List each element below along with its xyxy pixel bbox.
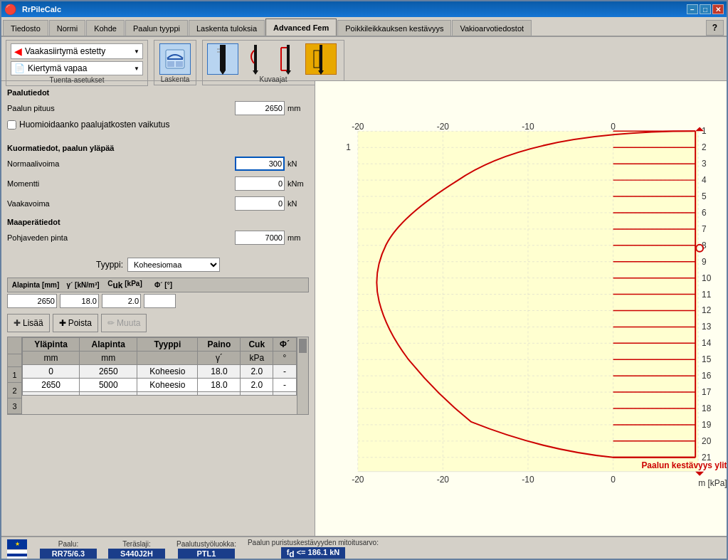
cell-ylapinta-1: 0 [23, 365, 80, 379]
soil-phi-input[interactable] [144, 294, 176, 308]
soil-cuk-input[interactable] [102, 294, 141, 308]
tab-paalun-tyyppi[interactable]: Paalun tyyppi [125, 20, 188, 36]
table-row[interactable]: 2650 5000 Koheesio 18.0 2.0 - [23, 379, 297, 392]
svg-text:10: 10 [702, 273, 712, 283]
svg-text:-20: -20 [352, 475, 364, 485]
maximize-button[interactable]: □ [700, 4, 711, 14]
tab-laskenta-tuloksia[interactable]: Laskenta tuloksia [189, 20, 265, 36]
arrow-left-icon: ◀ [14, 46, 22, 57]
tab-normi[interactable]: Normi [49, 20, 85, 36]
table-row[interactable]: 0 2650 Koheesio 18.0 2.0 - [23, 365, 297, 379]
svg-text:6: 6 [702, 208, 707, 218]
soil-alapinta-input[interactable] [7, 294, 57, 308]
svg-text:-10: -10 [522, 122, 534, 132]
jatkos-checkbox[interactable] [7, 120, 16, 130]
normaalivoima-label: Normaalivoima [7, 159, 232, 168]
svg-text:3: 3 [702, 159, 707, 169]
doc-icon: 📄 [14, 63, 25, 73]
svg-text:13: 13 [702, 322, 712, 332]
puristuskestävyys-value: fd <= 186.1 kN [281, 547, 346, 560]
paalun-pituus-label: Paalun pituus [7, 104, 232, 112]
normaalivoima-input[interactable] [235, 157, 285, 171]
svg-text:9: 9 [702, 257, 707, 267]
momentti-input[interactable] [235, 176, 285, 191]
th-ylapinta-unit: mm [23, 352, 80, 365]
minimize-button[interactable]: − [687, 4, 698, 14]
cell-ylapinta-3 [23, 392, 80, 396]
svg-marker-5 [220, 70, 226, 75]
cell-tyyppi-2: Koheesio [137, 379, 198, 392]
svg-rect-4 [220, 45, 226, 70]
kuvaaja-icon-2[interactable] [240, 43, 271, 75]
teraslaji-label: Teräslaji: [122, 540, 150, 548]
vaakavoima-input[interactable] [235, 196, 285, 211]
muuta-label: Muuta [117, 318, 140, 328]
muuta-button[interactable]: ✏ Muuta [101, 314, 147, 332]
svg-text:0: 0 [611, 475, 616, 485]
tyyppi-select[interactable]: Koheesiomaa Kitkamaaa [127, 258, 220, 272]
toolbar-group-tuenta: ◀ Vaakasiirtymä estetty ▼ 📄 Kiertymä vap… [6, 40, 148, 86]
vaakasiirtuma-dropdown[interactable]: ◀ Vaakasiirtymä estetty ▼ [11, 43, 143, 59]
kuormatiedot-title: Kuormatiedot, paalun yläpää [7, 144, 309, 152]
close-button[interactable]: ✕ [712, 4, 724, 14]
tab-poikkileikkauksen[interactable]: Poikkileikkauksen kestävyys [337, 20, 451, 36]
vaakavoima-unit: kN [287, 199, 309, 208]
tab-advanced-fem[interactable]: Advanced Fem [265, 19, 337, 36]
poista-button[interactable]: ✚ Poista [53, 314, 98, 332]
row-num-1: 1 [8, 367, 21, 383]
table-scrollbar[interactable] [297, 337, 308, 414]
paalun-pituus-row: Paalun pituus mm [7, 101, 309, 115]
window-title: RrPileCalc [22, 5, 61, 14]
th-tyyppi: Tyyppi [137, 338, 198, 352]
paalu-item: Paalu: RR75/6.3 [40, 540, 97, 559]
th-paino-unit: γ´ [198, 352, 241, 365]
svg-text:0: 0 [611, 122, 616, 132]
pohjaveden-pinta-unit: mm [287, 233, 309, 242]
col-alapinta: Alapinta [mm] [11, 281, 60, 289]
soil-input-row [7, 292, 309, 310]
svg-text:12: 12 [702, 305, 712, 315]
tuenta-label: Tuenta-asetukset [6, 76, 147, 84]
svg-text:15: 15 [702, 354, 712, 364]
paalutystyoluokka-item: Paalutustyöluokka: PTL1 [176, 540, 236, 559]
kiertymä-dropdown[interactable]: 📄 Kiertymä vapaa ▼ [11, 61, 143, 75]
svg-text:1: 1 [346, 142, 351, 152]
data-table-container: 1 2 3 Yläpinta Alapinta Tyyppi Paino Cuk [7, 337, 309, 415]
cell-phi-3 [273, 392, 297, 396]
tab-kohde[interactable]: Kohde [86, 20, 125, 36]
lisaa-button[interactable]: ✚ Lisää [7, 314, 50, 332]
svg-text:m [kPa]: m [kPa] [698, 478, 727, 488]
kuvaaja-icon-3[interactable] [273, 43, 304, 75]
help-button[interactable]: ? [706, 20, 724, 36]
paalutystyoluokka-value: PTL1 [178, 549, 235, 559]
pohjaveden-pinta-input[interactable] [235, 231, 285, 245]
th-paino: Paino [198, 338, 241, 352]
svg-marker-9 [253, 70, 258, 75]
paalutystyoluokka-label: Paalutustyöluokka: [176, 540, 236, 548]
momentti-label: Momentti [7, 179, 232, 188]
svg-rect-2 [167, 61, 174, 67]
laskenta-button[interactable] [159, 43, 191, 75]
left-panel: Paalutiedot Paalun pituus mm Huomioidaan… [1, 81, 315, 536]
kuvaaja-icon-1[interactable] [207, 43, 238, 75]
data-table-scroll: Yläpinta Alapinta Tyyppi Paino Cuk Φ´ mm… [22, 337, 297, 414]
cell-cuk-1: 2.0 [241, 365, 273, 379]
svg-text:7: 7 [702, 224, 707, 234]
paalun-pituus-input[interactable] [235, 101, 285, 115]
vaakasiirtuma-label: Vaakasiirtymä estetty [25, 46, 105, 56]
kuvaaja-icon-4[interactable] [305, 43, 337, 75]
momentti-row: Momentti kNm [7, 176, 309, 191]
tab-vakioarvotiedostot[interactable]: Vakioarvotiedostot [452, 20, 532, 36]
svg-text:-20: -20 [437, 475, 450, 485]
table-row[interactable] [23, 392, 297, 396]
svg-text:11: 11 [702, 290, 712, 300]
pohjaveden-pinta-row: Pohjaveden pinta mm [7, 231, 309, 245]
row-num-3: 3 [8, 398, 21, 414]
flags: ★ [7, 539, 28, 560]
col-cuk: Cuk [kPa] [105, 280, 144, 290]
soil-gamma-input[interactable] [60, 294, 99, 308]
tab-tiedosto[interactable]: Tiedosto [3, 20, 48, 36]
dropdown-arrow2-icon: ▼ [134, 65, 139, 72]
svg-text:-20: -20 [352, 122, 364, 132]
cell-phi-1: - [273, 365, 297, 379]
